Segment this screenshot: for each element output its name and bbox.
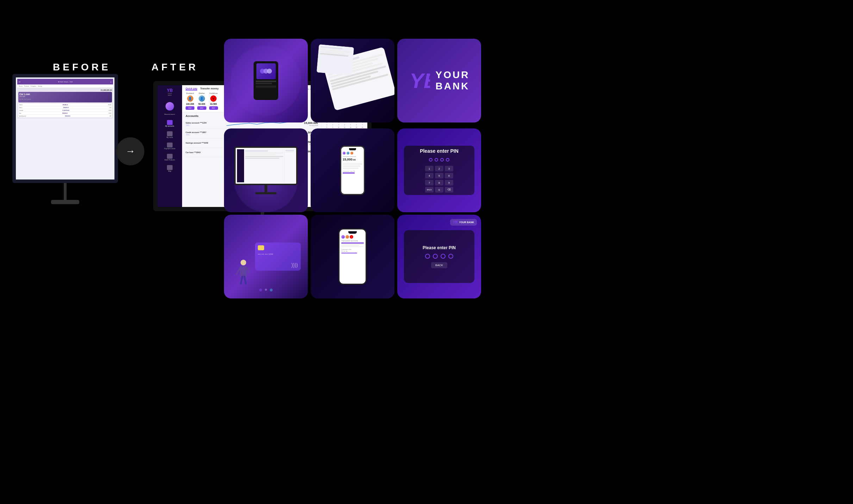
old-top-icons: ●● [19, 81, 20, 83]
pin-btn-6[interactable]: 6 [445, 173, 453, 178]
tab-quick-pay[interactable]: Quick pay [186, 87, 197, 90]
cal-day-3[interactable]: 3 [336, 124, 342, 126]
old-balance: €1,160,631.04 [18, 89, 112, 91]
pin-btn-4[interactable]: 4 [425, 173, 434, 178]
svg-line-6 [236, 268, 240, 274]
pin-enter-label: Please enter PIN [420, 148, 459, 154]
old-nav-delegation: Delegation [30, 86, 36, 87]
before-label: BEFORE [53, 62, 111, 73]
sidebar-item-payment-centre[interactable]: Payment centre [163, 141, 177, 151]
phone-notch [349, 148, 356, 150]
pin-btn-1[interactable]: 1 [425, 166, 434, 171]
pin-btn-5[interactable]: 5 [435, 173, 443, 178]
old-monitor-base [51, 200, 79, 204]
tab-transfer-money[interactable]: Transfer money [200, 87, 218, 90]
cal-day-13[interactable]: 13 [354, 126, 359, 128]
pin-btn-7[interactable]: 7 [425, 180, 434, 185]
cal-day-7[interactable]: 7 [360, 124, 365, 126]
cal-day-4[interactable]: 4 [342, 124, 348, 126]
svg-point-4 [241, 260, 246, 265]
pin-action-buttons: BACK [431, 262, 447, 268]
pin-dot-3 [440, 158, 444, 162]
account-name-salary: Salary account ***1234 [186, 122, 224, 124]
yb-text-group: YOUR BANK [436, 69, 470, 92]
account-info-salary: Salary account ***1234 2 ☆ [186, 122, 224, 126]
qp-avatar-mother: 👤 [199, 95, 205, 102]
cards-icon [167, 131, 173, 136]
phone-screen: Transaction accounts 15,000.00€ Consumer… [341, 147, 364, 194]
pin-grid: 1 2 3 4 5 6 7 8 9 BACK 0 ⌫ [425, 166, 453, 193]
cal-day-10[interactable]: 10 [336, 126, 342, 128]
card-phone2: V Transaction accounts Consumer Loan 0% … [311, 215, 394, 298]
pin-dot-large-2 [433, 254, 438, 259]
pin-btn-9[interactable]: 9 [445, 180, 453, 185]
card-tablet-pin-2: YB YOUR BANK Please enter PIN BACK [397, 215, 481, 298]
cal-day-12[interactable]: 12 [348, 126, 353, 128]
qp-amount-vodafone: 33.56€ [210, 103, 217, 105]
pin-dots [429, 158, 449, 162]
account-name-carloan: Car loan ***2043 [186, 151, 224, 153]
sidebar-accounts-label: My accounts [165, 125, 174, 127]
sidebar-logo: YB YOURBANK [163, 88, 177, 99]
pin-dot-large-4 [448, 254, 453, 259]
sidebar-item-bank-products[interactable]: Bank Products [163, 152, 176, 162]
yb-bank-text: BANK [436, 81, 470, 92]
card-tablet-docs [311, 39, 394, 122]
cal-day-1[interactable]: 1 [324, 124, 330, 126]
card-atm [224, 39, 308, 122]
svg-text:YB: YB [410, 69, 430, 92]
credit-card-visual: •••• •••• •••• 1234 )))) [255, 242, 301, 271]
pin-back-btn[interactable]: BACK [431, 262, 447, 268]
sidebar-item-my-accounts[interactable]: My accounts [164, 119, 175, 128]
qp-avatar-husband: 👤 [187, 95, 193, 102]
old-user-name: Mr Keith Holmes - Gold [58, 81, 73, 83]
svg-line-9 [244, 277, 246, 284]
qp-name-husband: Husband [186, 92, 194, 94]
account-name-savings: Savings account ***3349 [186, 142, 224, 144]
card-phone-screenshot: Transaction accounts 15,000.00€ Consumer… [311, 128, 394, 212]
qp-name-vodafone: Vodafone [210, 92, 218, 94]
old-monitor-screen: ●● Mr Keith Holmes - Gold ▲ Service Prod… [12, 74, 118, 183]
pin-btn-back[interactable]: BACK [425, 187, 434, 193]
old-monitor-stand [64, 183, 67, 201]
payment-icon [167, 143, 173, 147]
nfc-icon: )))) [291, 262, 298, 268]
phone-device-2: V Transaction accounts Consumer Loan 0% … [338, 228, 367, 285]
qp-avatar-vodafone: V [210, 95, 217, 102]
pin-btn-del[interactable]: ⌫ [445, 187, 453, 193]
account-chip-salary: 2 ☆ [186, 124, 190, 126]
cal-day-6[interactable]: 6 [354, 124, 359, 126]
pin-btn-8[interactable]: 8 [435, 180, 443, 185]
sidebar-map-label: Map [168, 170, 172, 172]
pin-btn-0[interactable]: 0 [435, 187, 443, 193]
sidebar-item-my-cards[interactable]: My cards [165, 130, 174, 140]
sidebar: YB YOURBANK Amanda Lawson My accounts My… [157, 85, 182, 207]
pin-btn-2[interactable]: 2 [435, 166, 443, 171]
sidebar-cards-label: My cards [167, 137, 173, 138]
sidebar-username: Amanda Lawson [164, 113, 175, 115]
pin-btn-3[interactable]: 3 [445, 166, 453, 171]
old-top-right: ▲ [110, 81, 112, 83]
sidebar-payment-label: Payment centre [164, 148, 175, 150]
qp-pay-vodafone-button[interactable]: PAY [209, 106, 218, 110]
pin-please-enter: Please enter PIN [423, 245, 456, 250]
card-yb-logo: YB YOUR BANK [397, 39, 481, 122]
qp-pay-husband-button[interactable]: PAY [186, 106, 194, 110]
card-pin-pad: Please enter PIN 1 2 3 4 5 6 7 8 9 BACK … [397, 128, 481, 212]
cal-day-11[interactable]: 11 [342, 126, 348, 128]
phone-device: Transaction accounts 15,000.00€ Consumer… [340, 146, 365, 195]
tablet-device-2 [317, 44, 354, 75]
pin-dot-large-1 [425, 254, 430, 259]
tablet-pin-device: Please enter PIN 1 2 3 4 5 6 7 8 9 BACK … [404, 146, 474, 195]
cal-day-14[interactable]: 14 [360, 126, 365, 128]
atm-machine [254, 61, 278, 100]
cal-day-8[interactable]: 8 [324, 126, 330, 128]
card-monitor-screenshot [224, 128, 308, 212]
cal-day-2[interactable]: 2 [330, 124, 336, 126]
cal-day-9[interactable]: 9 [330, 126, 336, 128]
cal-day-5[interactable]: 5 [348, 124, 353, 126]
qp-pay-mother-button[interactable]: PAY [197, 106, 206, 110]
card-chip [258, 245, 264, 250]
pin-dot-2 [435, 158, 438, 162]
sidebar-item-map[interactable]: Map [166, 164, 174, 174]
